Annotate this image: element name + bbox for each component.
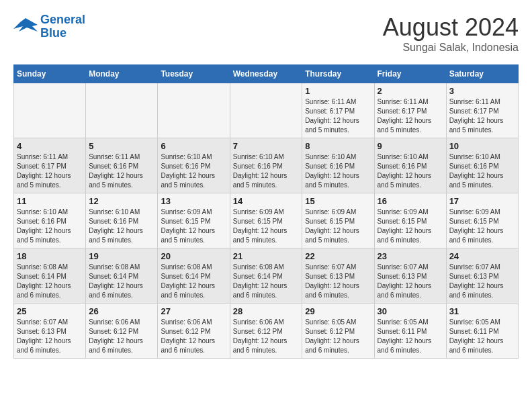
- day-number: 11: [17, 196, 83, 206]
- calendar-cell: 28Sunrise: 6:06 AM Sunset: 6:12 PM Dayli…: [230, 304, 302, 359]
- day-info: Sunrise: 6:05 AM Sunset: 6:12 PM Dayligh…: [305, 318, 371, 355]
- day-number: 23: [378, 251, 443, 261]
- day-info: Sunrise: 6:11 AM Sunset: 6:17 PM Dayligh…: [378, 97, 443, 135]
- day-number: 28: [233, 306, 300, 316]
- calendar-cell: 18Sunrise: 6:08 AM Sunset: 6:14 PM Dayli…: [14, 248, 86, 304]
- day-info: Sunrise: 6:09 AM Sunset: 6:15 PM Dayligh…: [378, 208, 443, 245]
- calendar-cell: [86, 83, 158, 138]
- day-number: 27: [161, 306, 226, 316]
- day-info: Sunrise: 6:10 AM Sunset: 6:16 PM Dayligh…: [449, 152, 515, 190]
- day-number: 10: [449, 141, 515, 151]
- day-number: 4: [17, 141, 83, 151]
- header-row: SundayMondayTuesdayWednesdayThursdayFrid…: [14, 65, 519, 83]
- day-info: Sunrise: 6:10 AM Sunset: 6:16 PM Dayligh…: [161, 152, 226, 190]
- day-header-saturday: Saturday: [446, 65, 518, 83]
- calendar-cell: 29Sunrise: 6:05 AM Sunset: 6:12 PM Dayli…: [302, 304, 374, 359]
- calendar-cell: 27Sunrise: 6:06 AM Sunset: 6:12 PM Dayli…: [158, 304, 230, 359]
- day-header-wednesday: Wednesday: [230, 65, 302, 83]
- calendar-cell: 31Sunrise: 6:05 AM Sunset: 6:11 PM Dayli…: [446, 304, 518, 359]
- day-info: Sunrise: 6:07 AM Sunset: 6:13 PM Dayligh…: [449, 263, 515, 300]
- calendar-cell: 1Sunrise: 6:11 AM Sunset: 6:17 PM Daylig…: [302, 83, 374, 138]
- calendar-cell: 3Sunrise: 6:11 AM Sunset: 6:17 PM Daylig…: [446, 83, 518, 138]
- day-number: 20: [161, 251, 226, 261]
- day-info: Sunrise: 6:06 AM Sunset: 6:12 PM Dayligh…: [161, 318, 226, 355]
- day-info: Sunrise: 6:10 AM Sunset: 6:16 PM Dayligh…: [89, 208, 154, 245]
- week-row-4: 18Sunrise: 6:08 AM Sunset: 6:14 PM Dayli…: [14, 248, 519, 304]
- day-info: Sunrise: 6:07 AM Sunset: 6:13 PM Dayligh…: [378, 263, 443, 300]
- day-info: Sunrise: 6:05 AM Sunset: 6:11 PM Dayligh…: [449, 318, 515, 355]
- day-header-tuesday: Tuesday: [158, 65, 230, 83]
- day-header-friday: Friday: [374, 65, 446, 83]
- logo-icon: [13, 17, 38, 37]
- calendar-cell: 13Sunrise: 6:09 AM Sunset: 6:15 PM Dayli…: [158, 193, 230, 248]
- logo: General Blue: [13, 13, 85, 40]
- day-info: Sunrise: 6:11 AM Sunset: 6:16 PM Dayligh…: [89, 152, 154, 190]
- week-row-1: 1Sunrise: 6:11 AM Sunset: 6:17 PM Daylig…: [14, 83, 519, 138]
- calendar-cell: 26Sunrise: 6:06 AM Sunset: 6:12 PM Dayli…: [86, 304, 158, 359]
- day-number: 29: [305, 306, 371, 316]
- day-number: 15: [305, 196, 371, 206]
- calendar-cell: 21Sunrise: 6:08 AM Sunset: 6:14 PM Dayli…: [230, 248, 302, 304]
- day-number: 26: [89, 306, 154, 316]
- day-number: 31: [449, 306, 515, 316]
- calendar-cell: 20Sunrise: 6:08 AM Sunset: 6:14 PM Dayli…: [158, 248, 230, 304]
- day-number: 21: [233, 251, 300, 261]
- day-number: 30: [378, 306, 443, 316]
- calendar-cell: 5Sunrise: 6:11 AM Sunset: 6:16 PM Daylig…: [86, 138, 158, 193]
- calendar-cell: [14, 83, 86, 138]
- day-number: 24: [449, 251, 515, 261]
- day-info: Sunrise: 6:10 AM Sunset: 6:16 PM Dayligh…: [305, 152, 371, 190]
- calendar-cell: 22Sunrise: 6:07 AM Sunset: 6:13 PM Dayli…: [302, 248, 374, 304]
- calendar-cell: [230, 83, 302, 138]
- day-info: Sunrise: 6:09 AM Sunset: 6:15 PM Dayligh…: [233, 208, 300, 245]
- day-info: Sunrise: 6:07 AM Sunset: 6:13 PM Dayligh…: [17, 318, 83, 355]
- day-number: 6: [161, 141, 226, 151]
- calendar-cell: 11Sunrise: 6:10 AM Sunset: 6:16 PM Dayli…: [14, 193, 86, 248]
- day-info: Sunrise: 6:05 AM Sunset: 6:11 PM Dayligh…: [378, 318, 443, 355]
- calendar-cell: 12Sunrise: 6:10 AM Sunset: 6:16 PM Dayli…: [86, 193, 158, 248]
- day-info: Sunrise: 6:08 AM Sunset: 6:14 PM Dayligh…: [17, 263, 83, 300]
- calendar-body: 1Sunrise: 6:11 AM Sunset: 6:17 PM Daylig…: [14, 83, 519, 359]
- day-info: Sunrise: 6:08 AM Sunset: 6:14 PM Dayligh…: [233, 263, 300, 300]
- calendar-cell: 24Sunrise: 6:07 AM Sunset: 6:13 PM Dayli…: [446, 248, 518, 304]
- day-info: Sunrise: 6:10 AM Sunset: 6:16 PM Dayligh…: [17, 208, 83, 245]
- calendar-cell: 2Sunrise: 6:11 AM Sunset: 6:17 PM Daylig…: [374, 83, 446, 138]
- day-info: Sunrise: 6:11 AM Sunset: 6:17 PM Dayligh…: [449, 97, 515, 135]
- calendar-cell: 19Sunrise: 6:08 AM Sunset: 6:14 PM Dayli…: [86, 248, 158, 304]
- calendar-cell: 9Sunrise: 6:10 AM Sunset: 6:16 PM Daylig…: [374, 138, 446, 193]
- calendar-cell: 25Sunrise: 6:07 AM Sunset: 6:13 PM Dayli…: [14, 304, 86, 359]
- day-info: Sunrise: 6:06 AM Sunset: 6:12 PM Dayligh…: [233, 318, 300, 355]
- day-header-monday: Monday: [86, 65, 158, 83]
- calendar-cell: 17Sunrise: 6:09 AM Sunset: 6:15 PM Dayli…: [446, 193, 518, 248]
- day-number: 3: [449, 86, 515, 96]
- day-info: Sunrise: 6:07 AM Sunset: 6:13 PM Dayligh…: [305, 263, 371, 300]
- day-number: 17: [449, 196, 515, 206]
- day-number: 22: [305, 251, 371, 261]
- calendar-table: SundayMondayTuesdayWednesdayThursdayFrid…: [13, 64, 519, 359]
- logo-text: General Blue: [40, 13, 85, 40]
- day-info: Sunrise: 6:10 AM Sunset: 6:16 PM Dayligh…: [378, 152, 443, 190]
- day-number: 19: [89, 251, 154, 261]
- day-number: 18: [17, 251, 83, 261]
- calendar-cell: 6Sunrise: 6:10 AM Sunset: 6:16 PM Daylig…: [158, 138, 230, 193]
- week-row-3: 11Sunrise: 6:10 AM Sunset: 6:16 PM Dayli…: [14, 193, 519, 248]
- day-number: 12: [89, 196, 154, 206]
- day-header-thursday: Thursday: [302, 65, 374, 83]
- day-number: 25: [17, 306, 83, 316]
- title-block: August 2024 Sungai Salak, Indonesia: [383, 13, 519, 54]
- calendar-cell: 23Sunrise: 6:07 AM Sunset: 6:13 PM Dayli…: [374, 248, 446, 304]
- day-info: Sunrise: 6:08 AM Sunset: 6:14 PM Dayligh…: [89, 263, 154, 300]
- day-number: 16: [378, 196, 443, 206]
- day-info: Sunrise: 6:10 AM Sunset: 6:16 PM Dayligh…: [233, 152, 300, 190]
- day-number: 2: [378, 86, 443, 96]
- week-row-5: 25Sunrise: 6:07 AM Sunset: 6:13 PM Dayli…: [14, 304, 519, 359]
- svg-marker-0: [13, 18, 38, 32]
- calendar-cell: 10Sunrise: 6:10 AM Sunset: 6:16 PM Dayli…: [446, 138, 518, 193]
- day-number: 7: [233, 141, 300, 151]
- day-info: Sunrise: 6:11 AM Sunset: 6:17 PM Dayligh…: [17, 152, 83, 190]
- day-info: Sunrise: 6:09 AM Sunset: 6:15 PM Dayligh…: [305, 208, 371, 245]
- day-header-sunday: Sunday: [14, 65, 86, 83]
- calendar-cell: 8Sunrise: 6:10 AM Sunset: 6:16 PM Daylig…: [302, 138, 374, 193]
- main-title: August 2024: [383, 13, 519, 42]
- week-row-2: 4Sunrise: 6:11 AM Sunset: 6:17 PM Daylig…: [14, 138, 519, 193]
